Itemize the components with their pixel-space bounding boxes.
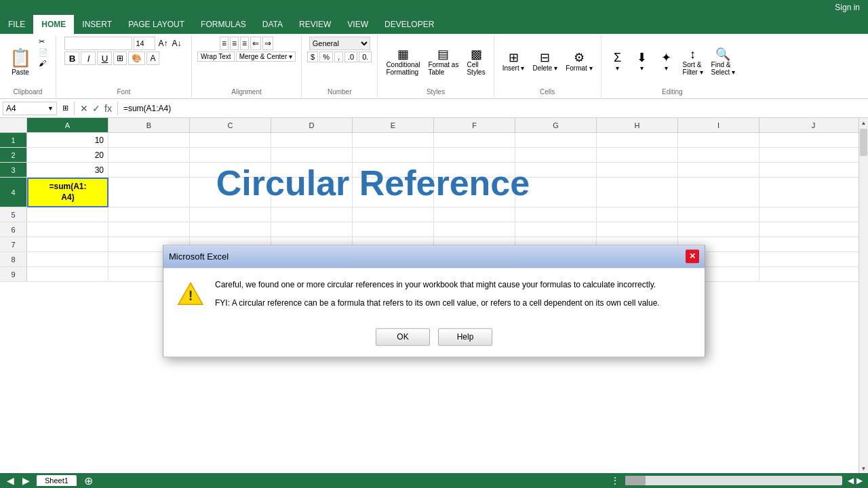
- tab-review[interactable]: REVIEW: [291, 15, 339, 34]
- dialog-ok-button[interactable]: OK: [376, 328, 430, 346]
- warning-icon: !: [177, 281, 204, 312]
- confirm-formula-icon[interactable]: ✓: [92, 103, 100, 114]
- clipboard-label: Clipboard: [14, 88, 43, 96]
- indent-decrease-icon[interactable]: ⇐: [250, 37, 261, 50]
- find-select-button[interactable]: 🔍 Find &Select ▾: [709, 47, 738, 77]
- italic-button[interactable]: I: [81, 52, 96, 65]
- decrease-font-icon[interactable]: A↓: [171, 37, 183, 49]
- paste-icon: 📋: [9, 47, 31, 68]
- percent-icon[interactable]: %: [319, 52, 333, 62]
- font-row-2: B I U ⊞ 🎨 A: [64, 52, 159, 65]
- fill-button[interactable]: ⬇ ▾: [631, 50, 653, 73]
- grid-area: A B C D E F G H I J Circular Reference 1…: [0, 118, 868, 473]
- main-area: A B C D E F G H I J Circular Reference 1…: [0, 118, 868, 473]
- tab-insert[interactable]: INSERT: [74, 15, 120, 34]
- format-as-table-label: Format asTable: [428, 61, 458, 76]
- font-name-input[interactable]: [64, 37, 132, 50]
- sheet-prev-button[interactable]: ◀: [5, 475, 16, 486]
- cells-content: ⊞ Insert ▾ ⊟ Delete ▾ ⚙ Format ▾: [500, 37, 595, 87]
- ribbon: 📋 Paste ✂ 📄 🖌 Clipboard A↑ A↓ B I U: [0, 34, 868, 99]
- tab-formulas[interactable]: FORMULAS: [193, 15, 254, 34]
- currency-icon[interactable]: $: [307, 52, 318, 62]
- cell-styles-button[interactable]: ▩ CellStyles: [464, 47, 488, 77]
- insert-function-icon[interactable]: fx: [104, 103, 112, 114]
- font-row-1: A↑ A↓: [64, 37, 182, 50]
- decimal-increase-icon[interactable]: .0: [344, 52, 357, 62]
- format-button[interactable]: ⚙ Format ▾: [563, 50, 595, 73]
- sort-filter-icon: ↕: [690, 48, 696, 60]
- scroll-left-arrow[interactable]: ◀: [848, 476, 854, 485]
- cell-styles-label: CellStyles: [467, 61, 485, 76]
- conditional-formatting-label: ConditionalFormatting: [386, 61, 420, 76]
- wrap-text-button[interactable]: Wrap Text: [197, 52, 235, 62]
- increase-font-icon[interactable]: A↑: [157, 37, 169, 49]
- autosum-icon: Σ: [614, 52, 621, 64]
- delete-button[interactable]: ⊟ Delete ▾: [530, 50, 560, 73]
- align-left-icon[interactable]: ≡: [220, 37, 229, 50]
- tab-data[interactable]: DATA: [254, 15, 291, 34]
- status-menu-icon[interactable]: ⋮: [610, 475, 620, 486]
- copy-button[interactable]: 📄: [37, 47, 50, 58]
- font-color-icon[interactable]: A: [146, 52, 159, 65]
- fill-color-icon[interactable]: 🎨: [128, 52, 145, 65]
- styles-content: ▦ ConditionalFormatting ▤ Format asTable…: [383, 37, 488, 87]
- align-center-icon[interactable]: ≡: [230, 37, 239, 50]
- autosum-button[interactable]: Σ ▾: [607, 50, 629, 73]
- tab-developer[interactable]: DEVELOPER: [376, 15, 442, 34]
- decimal-decrease-icon[interactable]: 0.: [359, 52, 372, 62]
- ribbon-group-font: A↑ A↓ B I U ⊞ 🎨 A Font: [56, 35, 192, 97]
- number-label: Number: [328, 88, 352, 96]
- clear-icon: ✦: [661, 52, 671, 64]
- number-content: General $ % , .0 0.: [307, 37, 372, 87]
- title-bar: Sign in: [0, 0, 868, 15]
- underline-button[interactable]: U: [97, 52, 112, 65]
- merge-center-button[interactable]: Merge & Center ▾: [236, 52, 296, 62]
- bold-button[interactable]: B: [64, 52, 79, 65]
- fill-icon: ⬇: [637, 52, 647, 64]
- scroll-right-arrow[interactable]: ▶: [856, 476, 863, 485]
- formula-bar: A4 ▼ ⊞ ✕ ✓ fx: [0, 99, 868, 118]
- comma-icon[interactable]: ,: [334, 52, 343, 62]
- editing-label: Editing: [662, 88, 683, 96]
- cell-ref-dropdown-icon[interactable]: ▼: [47, 105, 54, 112]
- sheet-tab[interactable]: Sheet1: [37, 475, 77, 486]
- format-label: Format ▾: [566, 64, 592, 72]
- tab-view[interactable]: VIEW: [339, 15, 376, 34]
- font-label: Font: [117, 88, 130, 96]
- number-format-select[interactable]: General: [309, 37, 370, 50]
- cancel-formula-icon[interactable]: ✕: [80, 103, 88, 114]
- close-icon: ✕: [689, 251, 696, 261]
- ribbon-tabs: FILE HOME INSERT PAGE LAYOUT FORMULAS DA…: [0, 15, 868, 34]
- cell-ref-value: A4: [6, 104, 16, 113]
- expand-formula-icon[interactable]: ⊞: [60, 104, 71, 113]
- dialog-help-button[interactable]: Help: [438, 328, 492, 346]
- sign-in-link[interactable]: Sign in: [835, 3, 860, 12]
- dialog-titlebar: Microsoft Excel ✕: [163, 245, 705, 268]
- sort-filter-button[interactable]: ↕ Sort &Filter ▾: [680, 47, 706, 77]
- insert-button[interactable]: ⊞ Insert ▾: [500, 50, 528, 73]
- font-size-input[interactable]: [134, 37, 155, 50]
- border-icon[interactable]: ⊞: [113, 52, 127, 65]
- indent-increase-icon[interactable]: ⇒: [262, 37, 273, 50]
- tab-page-layout[interactable]: PAGE LAYOUT: [120, 15, 193, 34]
- dialog-title: Microsoft Excel: [169, 251, 229, 262]
- horizontal-scrollbar[interactable]: [625, 476, 842, 485]
- align-right-icon[interactable]: ≡: [240, 37, 249, 50]
- format-painter-button[interactable]: 🖌: [37, 58, 50, 68]
- ribbon-group-clipboard: 📋 Paste ✂ 📄 🖌 Clipboard: [0, 35, 56, 97]
- dialog-close-button[interactable]: ✕: [686, 249, 699, 263]
- horizontal-scroll-thumb[interactable]: [625, 476, 646, 485]
- sort-filter-label: Sort &Filter ▾: [683, 61, 703, 76]
- cell-ref-box[interactable]: A4 ▼: [3, 102, 57, 115]
- tab-file[interactable]: FILE: [0, 15, 33, 34]
- status-bar: ◀ ▶ Sheet1 ⊕ ⋮ ◀ ▶: [0, 473, 868, 488]
- sheet-next-button[interactable]: ▶: [21, 475, 31, 486]
- add-sheet-button[interactable]: ⊕: [82, 474, 96, 487]
- paste-button[interactable]: 📋 Paste: [5, 37, 35, 87]
- clear-button[interactable]: ✦ ▾: [656, 50, 677, 73]
- tab-home[interactable]: HOME: [33, 15, 74, 34]
- formula-input[interactable]: [121, 104, 865, 113]
- conditional-formatting-button[interactable]: ▦ ConditionalFormatting: [383, 47, 422, 77]
- cut-button[interactable]: ✂: [37, 37, 50, 47]
- format-as-table-button[interactable]: ▤ Format asTable: [425, 47, 461, 77]
